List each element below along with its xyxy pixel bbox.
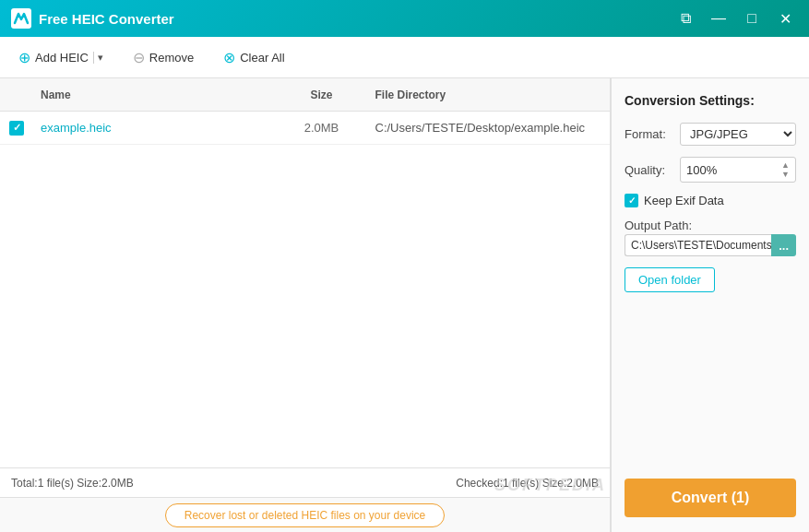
row-dir: C:/Users/TESTE/Desktop/example.heic xyxy=(368,121,611,135)
right-panel: Conversion Settings: Format: JPG/JPEG PN… xyxy=(611,78,809,532)
add-icon: ⊕ xyxy=(18,49,30,66)
col-dir-header: File Directory xyxy=(368,89,611,101)
quality-row: Quality: 100% ▲ ▼ xyxy=(625,157,796,183)
keep-exif-row[interactable]: Keep Exif Data xyxy=(625,194,796,207)
spinbox-up[interactable]: ▲ xyxy=(781,160,790,170)
output-path-input[interactable]: C:\Users\TESTE\Documents\ xyxy=(625,234,771,256)
keep-exif-label: Keep Exif Data xyxy=(644,194,724,207)
convert-button[interactable]: Convert (1) xyxy=(625,479,796,517)
quality-value: 100% xyxy=(686,163,717,177)
format-row: Format: JPG/JPEG PNG BMP TIFF xyxy=(625,123,796,146)
recover-bar: Recover lost or deleted HEIC files on yo… xyxy=(0,497,610,532)
file-area: Name Size File Directory example.heic 2.… xyxy=(0,78,611,532)
add-heic-button[interactable]: ⊕ Add HEIC ▾ xyxy=(11,45,111,70)
format-label: Format: xyxy=(625,127,672,141)
panel-title: Conversion Settings: xyxy=(625,93,796,108)
status-right: Checked:1 file(s) Size:2.0MB xyxy=(456,477,599,490)
spinbox-down[interactable]: ▼ xyxy=(781,170,790,179)
output-path-label: Output Path: xyxy=(625,219,796,232)
quality-label: Quality: xyxy=(625,163,672,177)
keep-exif-checkbox[interactable] xyxy=(625,194,638,207)
output-path-row: C:\Users\TESTE\Documents\ ... xyxy=(625,234,796,256)
window-controls: ⧉ — □ ✕ xyxy=(672,6,798,31)
title-bar: Free HEIC Converter ⧉ — □ ✕ xyxy=(0,0,809,37)
table-row: example.heic 2.0MB C:/Users/TESTE/Deskto… xyxy=(0,112,610,145)
app-title: Free HEIC Converter xyxy=(39,11,174,27)
table-header: Name Size File Directory xyxy=(0,78,610,112)
clear-all-button[interactable]: ⊗ Clear All xyxy=(216,45,291,70)
row-size: 2.0MB xyxy=(276,121,368,135)
clear-all-label: Clear All xyxy=(240,51,284,65)
row-checkbox[interactable] xyxy=(9,121,24,136)
row-name: example.heic xyxy=(33,121,276,135)
status-left: Total:1 file(s) Size:2.0MB xyxy=(11,477,134,490)
restore-button[interactable]: ⧉ xyxy=(672,6,698,31)
quality-spinbox[interactable]: 100% ▲ ▼ xyxy=(680,157,796,183)
recover-button[interactable]: Recover lost or deleted HEIC files on yo… xyxy=(165,503,445,527)
app-logo xyxy=(11,8,31,29)
title-bar-left: Free HEIC Converter xyxy=(11,8,174,29)
format-select[interactable]: JPG/JPEG PNG BMP TIFF xyxy=(680,123,796,146)
close-button[interactable]: ✕ xyxy=(772,6,798,31)
row-checkbox-cell[interactable] xyxy=(0,121,33,136)
browse-button[interactable]: ... xyxy=(771,234,796,256)
remove-button[interactable]: ⊖ Remove xyxy=(125,45,201,70)
toolbar: ⊕ Add HEIC ▾ ⊖ Remove ⊗ Clear All xyxy=(0,37,809,78)
minimize-button[interactable]: — xyxy=(706,6,732,31)
spinbox-arrows[interactable]: ▲ ▼ xyxy=(781,160,790,179)
remove-icon: ⊖ xyxy=(133,49,145,66)
table-body: example.heic 2.0MB C:/Users/TESTE/Deskto… xyxy=(0,112,610,467)
clear-icon: ⊗ xyxy=(223,49,235,66)
maximize-button[interactable]: □ xyxy=(739,6,765,31)
col-name-header: Name xyxy=(33,89,276,101)
col-size-header: Size xyxy=(276,89,368,101)
remove-label: Remove xyxy=(149,51,194,65)
status-bar: Total:1 file(s) Size:2.0MB Checked:1 fil… xyxy=(0,467,610,497)
main-content: Name Size File Directory example.heic 2.… xyxy=(0,78,809,532)
add-heic-label: Add HEIC xyxy=(35,51,89,65)
output-path-section: Output Path: C:\Users\TESTE\Documents\ .… xyxy=(625,219,796,256)
add-dropdown-arrow[interactable]: ▾ xyxy=(93,52,103,64)
open-folder-button[interactable]: Open folder xyxy=(625,267,715,292)
